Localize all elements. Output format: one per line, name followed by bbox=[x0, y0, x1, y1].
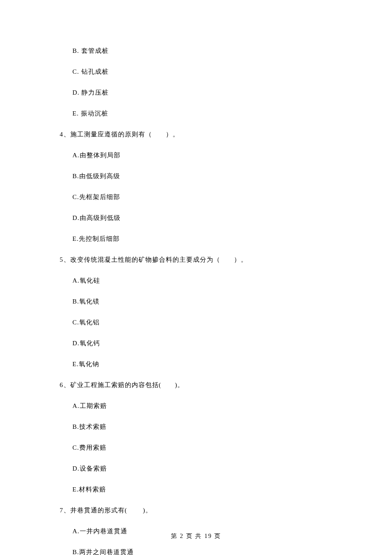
option-prev-B: B. 套管成桩 bbox=[72, 47, 332, 55]
option-prev-D: D. 静力压桩 bbox=[72, 89, 332, 97]
option-6-C: C.费用索赔 bbox=[72, 444, 332, 452]
option-4-E: E.先控制后细部 bbox=[72, 235, 332, 243]
option-4-A: A.由整体到局部 bbox=[72, 151, 332, 159]
option-6-B: B.技术索赔 bbox=[72, 423, 332, 431]
question-5: 5、改变传统混凝土性能的矿物掺合料的主要成分为（ ）。 bbox=[60, 256, 332, 264]
question-4: 4、施工测量应遵循的原则有（ ）。 bbox=[60, 130, 332, 139]
option-5-C: C.氧化铝 bbox=[72, 318, 332, 327]
option-4-B: B.由低级到高级 bbox=[72, 172, 332, 180]
question-7: 7、井巷贯通的形式有( )。 bbox=[60, 506, 332, 515]
option-5-A: A.氧化硅 bbox=[72, 277, 332, 285]
option-prev-E: E. 振动沉桩 bbox=[72, 110, 332, 118]
option-4-D: D.由高级到低级 bbox=[72, 214, 332, 222]
option-5-E: E.氧化钠 bbox=[72, 360, 332, 368]
option-5-D: D.氧化钙 bbox=[72, 339, 332, 347]
option-6-D: D.设备索赔 bbox=[72, 465, 332, 473]
page-footer: 第 2 页 共 19 页 bbox=[0, 532, 392, 540]
option-prev-C: C. 钻孔成桩 bbox=[72, 68, 332, 76]
option-6-A: A.工期索赔 bbox=[72, 402, 332, 410]
option-6-E: E.材料索赔 bbox=[72, 486, 332, 494]
option-4-C: C.先框架后细部 bbox=[72, 193, 332, 201]
option-7-B: B.两井之间巷道贯通 bbox=[72, 548, 332, 555]
question-6: 6、矿业工程施工索赔的内容包括( )。 bbox=[60, 381, 332, 389]
page-content: B. 套管成桩 C. 钻孔成桩 D. 静力压桩 E. 振动沉桩 4、施工测量应遵… bbox=[0, 0, 392, 555]
option-5-B: B.氧化镁 bbox=[72, 298, 332, 306]
